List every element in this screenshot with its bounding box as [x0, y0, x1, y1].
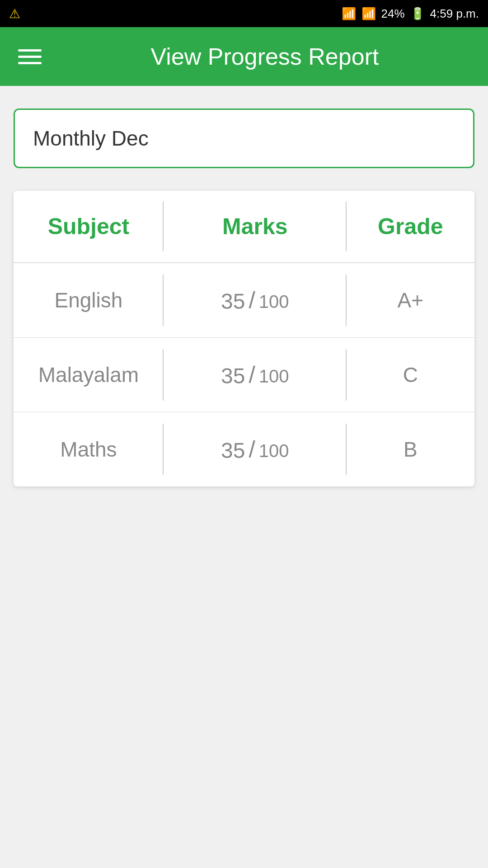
battery-icon: 🔋 — [410, 7, 425, 21]
hamburger-menu-icon[interactable] — [18, 49, 42, 64]
status-bar: ⚠ 📶 📶 24% 🔋 4:59 p.m. — [0, 0, 488, 27]
app-bar: View Progress Report — [0, 27, 488, 86]
row-malayalam-marks: 35 / 100 — [164, 338, 347, 412]
table-row: Maths 35 / 100 B — [14, 412, 474, 486]
row-maths-grade: B — [347, 412, 474, 486]
main-content: Monthly Dec Subject Marks Grade English … — [0, 86, 488, 509]
header-subject: Subject — [14, 191, 164, 262]
battery-percent: 24% — [381, 7, 405, 21]
row-english-grade: A+ — [347, 263, 474, 337]
row-english-marks: 35 / 100 — [164, 263, 347, 337]
marks-denominator: 100 — [259, 292, 289, 311]
time-display: 4:59 p.m. — [430, 7, 479, 21]
marks-numerator: 35 — [221, 440, 245, 462]
table-row: English 35 / 100 A+ — [14, 263, 474, 338]
table-row: Malayalam 35 / 100 C — [14, 338, 474, 412]
status-bar-left: ⚠ — [9, 6, 20, 21]
page-title: View Progress Report — [60, 43, 470, 70]
row-malayalam-grade: C — [347, 338, 474, 412]
header-grade: Grade — [347, 191, 474, 262]
table-header-row: Subject Marks Grade — [14, 191, 474, 263]
marks-denominator: 100 — [259, 367, 289, 385]
marks-numerator: 35 — [221, 365, 245, 387]
grade-value: C — [403, 363, 418, 387]
row-malayalam-subject: Malayalam — [14, 338, 164, 412]
grade-value: A+ — [398, 288, 424, 312]
warning-icon: ⚠ — [9, 6, 20, 21]
progress-table: Subject Marks Grade English 35 / 100 — [14, 191, 474, 486]
marks-slash: / — [249, 363, 255, 387]
row-english-subject: English — [14, 263, 164, 337]
subject-name: Malayalam — [38, 363, 139, 387]
marks-slash: / — [249, 288, 255, 312]
marks-display: 35 / 100 — [221, 363, 289, 387]
signal-icon: 📶 — [361, 7, 376, 21]
header-marks: Marks — [164, 191, 347, 262]
subject-name: English — [55, 288, 123, 312]
status-bar-right: 📶 📶 24% 🔋 4:59 p.m. — [342, 7, 479, 21]
hamburger-line-1 — [18, 49, 42, 52]
row-maths-marks: 35 / 100 — [164, 412, 347, 486]
hamburger-line-2 — [18, 56, 42, 58]
hamburger-line-3 — [18, 62, 42, 64]
marks-display: 35 / 100 — [221, 288, 289, 312]
marks-slash: / — [249, 438, 255, 461]
grade-value: B — [404, 437, 418, 462]
marks-numerator: 35 — [221, 291, 245, 312]
marks-denominator: 100 — [259, 442, 289, 460]
subject-name: Maths — [60, 437, 117, 462]
marks-display: 35 / 100 — [221, 438, 289, 462]
filter-box[interactable]: Monthly Dec — [14, 108, 474, 168]
row-maths-subject: Maths — [14, 412, 164, 486]
filter-value: Monthly Dec — [33, 127, 149, 150]
wifi-icon: 📶 — [342, 7, 356, 21]
